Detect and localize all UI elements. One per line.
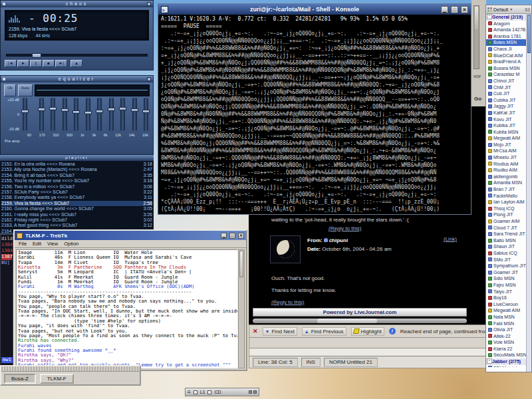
close-icon[interactable]: ✕ — [461, 6, 468, 13]
contact-item[interactable]: Riodius AIM — [486, 161, 531, 168]
contact-item[interactable]: Amanda 1427B — [486, 27, 531, 33]
reply-link[interactable]: (Reply to this) — [329, 225, 361, 231]
eq-band-slider[interactable] — [74, 98, 78, 131]
contact-item[interactable]: Aragorn — [486, 21, 531, 27]
session-button-busa[interactable]: Busa-Z — [4, 374, 36, 384]
minimize-icon[interactable]: ▁ — [441, 6, 448, 13]
username-link[interactable]: chipuni — [329, 237, 348, 243]
playlist-row[interactable]: 2157. SClub Party <<<> SClub73:22 — [1, 190, 152, 195]
menu-icon[interactable]: ≡ — [188, 390, 191, 395]
contact-item[interactable]: Arantxa 1781 — [486, 33, 531, 40]
mud-titlebar[interactable]: TLKM-F - TrebTk ▁ □ ✕ — [15, 231, 246, 240]
seek-bar[interactable] — [6, 54, 148, 57]
close-icon[interactable] — [147, 77, 151, 81]
partial-terminal-window[interactable]: dild130413041307BU] mw1 — [0, 234, 13, 367]
find-next-button[interactable]: ▼Find Next — [263, 327, 297, 336]
checkbox-icon[interactable] — [194, 390, 198, 394]
contact-item[interactable]: SecuMails MSN — [486, 352, 531, 358]
go-button[interactable]: Go — [474, 96, 481, 102]
contact-item[interactable]: Busara MSN — [486, 65, 531, 72]
contact-item[interactable]: Mheetu JIT — [486, 154, 531, 161]
equalizer-titlebar[interactable]: equalizer — [1, 76, 153, 82]
mud-scrollbar[interactable] — [238, 249, 245, 368]
contact-item[interactable]: Carazelaz M — [486, 71, 531, 78]
scrollbar[interactable] — [473, 5, 479, 69]
eq-band-slider[interactable] — [63, 98, 67, 131]
contact-item[interactable]: Goamer AIM — [486, 218, 531, 225]
contact-item[interactable]: Olivia JIT — [486, 327, 531, 333]
contacts-scrollbar[interactable] — [526, 14, 531, 372]
contact-item[interactable]: Megwati AIM — [486, 307, 531, 314]
contact-item[interactable]: Balto MSN — [486, 237, 531, 244]
contact-item[interactable]: Goamer JIT — [486, 269, 531, 276]
play-button[interactable]: ► — [17, 60, 29, 67]
menu-icon[interactable] — [3, 78, 5, 80]
seek-thumb[interactable] — [32, 53, 41, 58]
contact-item[interactable]: Chaos JI — [486, 46, 531, 53]
window-buttons[interactable] — [249, 390, 257, 394]
contact-group[interactable]: General (2/19) — [486, 14, 531, 21]
contact-item[interactable]: Sara Triend JIT — [486, 231, 531, 237]
contact-group[interactable]: Jabber (2/75) — [486, 358, 531, 365]
contact-item[interactable]: Thsoj ICQ — [486, 205, 531, 212]
contact-item[interactable]: Mojo JIT — [486, 142, 531, 148]
eq-band-slider[interactable] — [120, 98, 125, 131]
playlist-row[interactable]: 2163. A feel good thing <<<> SClub73:12 — [1, 223, 152, 228]
next-button[interactable]: ►| — [55, 60, 67, 67]
eq-on-button[interactable]: Ok — [4, 84, 16, 96]
contact-item[interactable]: Shaun JIT — [486, 243, 531, 250]
menu-option[interactable]: Option — [64, 241, 78, 247]
playlist-row[interactable]: 2155. You're my number one <<<> SClub73:… — [1, 178, 152, 184]
menu-icon[interactable] — [3, 3, 5, 5]
contact-item[interactable]: Sabius ICQ — [486, 250, 531, 257]
group-filter-label[interactable]: Default — [493, 7, 508, 12]
contact-item[interactable]: Kubika JIT — [486, 122, 531, 129]
contact-item[interactable]: Fabi MSN — [486, 321, 531, 327]
contact-item[interactable]: PBI Maintainer — [486, 365, 531, 367]
maximize-icon[interactable]: □ — [229, 233, 235, 239]
eq-preamp-slider[interactable] — [23, 98, 27, 131]
contact-item[interactable]: Sympathum JIT — [486, 263, 531, 269]
horizontal-scrollbar[interactable] — [253, 319, 467, 323]
eq-band-slider[interactable] — [144, 98, 148, 131]
playlist-row[interactable]: 2161. I really miss you <<<> SClub73:26 — [1, 212, 152, 217]
contact-item[interactable]: Jaggy JIT — [486, 103, 531, 110]
contact-item[interactable]: Plong JIT — [486, 211, 531, 218]
highlight-button[interactable]: Highlight — [351, 327, 384, 336]
contact-item[interactable]: Boies MSN — [486, 39, 531, 46]
playlist-row[interactable]: 2154. Bring it all back <<<> SClub73:35 — [1, 173, 152, 178]
maximize-icon[interactable]: □ — [451, 6, 458, 13]
shade-mode-bar[interactable]: ≡ L1 CD — [185, 388, 259, 396]
eject-button[interactable]: ▲ — [70, 60, 82, 67]
stop-button[interactable]: ■ — [43, 60, 55, 67]
contact-item[interactable]: Cub JIT — [486, 90, 531, 97]
menu-edit[interactable]: Edit — [33, 241, 41, 247]
minimize-icon[interactable]: ▁ — [221, 233, 227, 239]
permalink[interactable]: (Link) — [444, 236, 457, 242]
eq-band-slider[interactable] — [51, 98, 55, 131]
playlist-row[interactable]: 2156. Two in a million <<<> SClub73:06 — [1, 184, 152, 190]
contact-item[interactable]: MrCsa AIM — [486, 148, 531, 154]
playlist-row[interactable]: 2158. Everybody wants ya <<<> SClub73:11 — [1, 195, 152, 200]
eq-band-slider[interactable] — [39, 98, 44, 131]
playlist-row[interactable]: 2152. En la otra orilla <<<> Roxana3:18 — [1, 162, 152, 167]
menu-view[interactable]: View — [47, 241, 58, 247]
find-previous-button[interactable]: ▲Find Previous — [302, 327, 346, 336]
contact-item[interactable]: Nala MSN — [486, 314, 531, 321]
contact-item[interactable]: FackirMello — [486, 193, 531, 200]
contact-item[interactable]: Altek-22 — [486, 333, 531, 340]
contact-item[interactable]: Ian Layton AIM — [486, 199, 531, 205]
powered-by-banner[interactable]: Powered by LiveJournal.com — [253, 308, 467, 317]
contact-item[interactable]: LiveCwroun — [486, 301, 531, 308]
contact-item[interactable]: SMo JIT — [486, 257, 531, 263]
playlist-row[interactable]: 2159. Viva la fiesta <<<> SClub72:58 — [1, 201, 152, 206]
contact-item[interactable]: Chinoi JIT — [486, 78, 531, 84]
contact-item[interactable]: Fajro MSN — [486, 282, 531, 289]
eq-band-slider[interactable] — [132, 98, 137, 131]
close-icon[interactable] — [147, 2, 151, 6]
contact-item[interactable]: Riudko AIM — [486, 167, 531, 174]
menu-file[interactable]: File — [19, 241, 27, 247]
contact-item[interactable]: BradFriend A — [486, 59, 531, 65]
contact-item[interactable]: Megwati AIM — [486, 135, 531, 142]
contact-item[interactable]: Bran 7 JIT — [486, 186, 531, 193]
